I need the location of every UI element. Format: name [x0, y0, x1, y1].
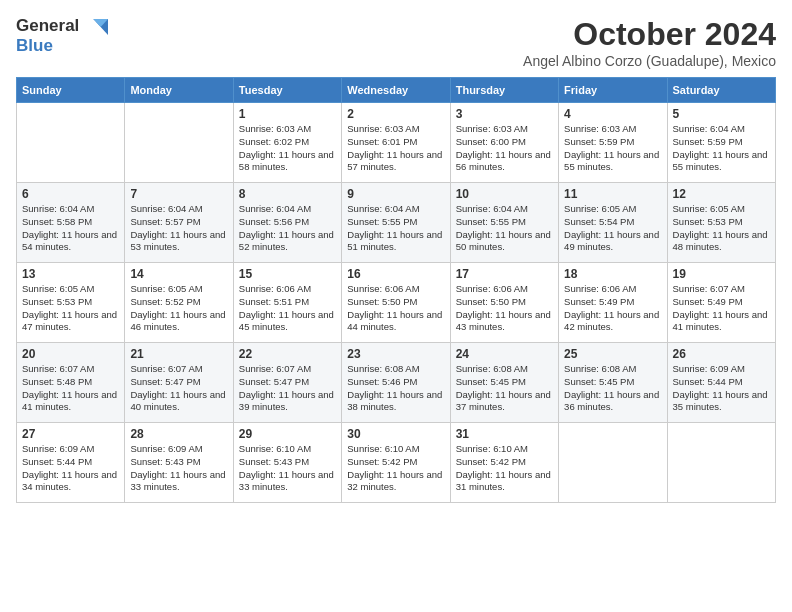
day-detail: Sunrise: 6:03 AMSunset: 5:59 PMDaylight:… — [564, 123, 661, 174]
day-detail: Sunrise: 6:06 AMSunset: 5:50 PMDaylight:… — [347, 283, 444, 334]
calendar-header-saturday: Saturday — [667, 78, 775, 103]
day-number: 26 — [673, 347, 770, 361]
calendar-week-row: 13Sunrise: 6:05 AMSunset: 5:53 PMDayligh… — [17, 263, 776, 343]
day-number: 15 — [239, 267, 336, 281]
logo-blue: Blue — [16, 36, 53, 55]
calendar-header-monday: Monday — [125, 78, 233, 103]
day-detail: Sunrise: 6:10 AMSunset: 5:42 PMDaylight:… — [456, 443, 553, 494]
day-number: 31 — [456, 427, 553, 441]
header: General Blue October 2024 Angel Albino C… — [16, 16, 776, 69]
calendar-header-row: SundayMondayTuesdayWednesdayThursdayFrid… — [17, 78, 776, 103]
day-number: 18 — [564, 267, 661, 281]
calendar-header-tuesday: Tuesday — [233, 78, 341, 103]
calendar-cell: 4Sunrise: 6:03 AMSunset: 5:59 PMDaylight… — [559, 103, 667, 183]
day-number: 28 — [130, 427, 227, 441]
day-number: 12 — [673, 187, 770, 201]
day-detail: Sunrise: 6:07 AMSunset: 5:47 PMDaylight:… — [239, 363, 336, 414]
calendar-cell: 24Sunrise: 6:08 AMSunset: 5:45 PMDayligh… — [450, 343, 558, 423]
subtitle: Angel Albino Corzo (Guadalupe), Mexico — [523, 53, 776, 69]
day-detail: Sunrise: 6:04 AMSunset: 5:59 PMDaylight:… — [673, 123, 770, 174]
calendar-cell: 12Sunrise: 6:05 AMSunset: 5:53 PMDayligh… — [667, 183, 775, 263]
day-number: 16 — [347, 267, 444, 281]
calendar-cell: 3Sunrise: 6:03 AMSunset: 6:00 PMDaylight… — [450, 103, 558, 183]
calendar-cell: 14Sunrise: 6:05 AMSunset: 5:52 PMDayligh… — [125, 263, 233, 343]
day-detail: Sunrise: 6:07 AMSunset: 5:47 PMDaylight:… — [130, 363, 227, 414]
day-number: 7 — [130, 187, 227, 201]
day-number: 27 — [22, 427, 119, 441]
calendar-cell: 19Sunrise: 6:07 AMSunset: 5:49 PMDayligh… — [667, 263, 775, 343]
calendar-cell: 13Sunrise: 6:05 AMSunset: 5:53 PMDayligh… — [17, 263, 125, 343]
calendar-cell: 16Sunrise: 6:06 AMSunset: 5:50 PMDayligh… — [342, 263, 450, 343]
calendar-week-row: 6Sunrise: 6:04 AMSunset: 5:58 PMDaylight… — [17, 183, 776, 263]
day-number: 9 — [347, 187, 444, 201]
day-detail: Sunrise: 6:05 AMSunset: 5:52 PMDaylight:… — [130, 283, 227, 334]
day-detail: Sunrise: 6:05 AMSunset: 5:53 PMDaylight:… — [673, 203, 770, 254]
calendar-cell: 31Sunrise: 6:10 AMSunset: 5:42 PMDayligh… — [450, 423, 558, 503]
day-detail: Sunrise: 6:10 AMSunset: 5:43 PMDaylight:… — [239, 443, 336, 494]
calendar-cell: 28Sunrise: 6:09 AMSunset: 5:43 PMDayligh… — [125, 423, 233, 503]
day-number: 10 — [456, 187, 553, 201]
calendar-table: SundayMondayTuesdayWednesdayThursdayFrid… — [16, 77, 776, 503]
calendar-cell: 27Sunrise: 6:09 AMSunset: 5:44 PMDayligh… — [17, 423, 125, 503]
day-number: 23 — [347, 347, 444, 361]
calendar-cell: 29Sunrise: 6:10 AMSunset: 5:43 PMDayligh… — [233, 423, 341, 503]
day-detail: Sunrise: 6:04 AMSunset: 5:55 PMDaylight:… — [347, 203, 444, 254]
calendar-cell: 20Sunrise: 6:07 AMSunset: 5:48 PMDayligh… — [17, 343, 125, 423]
logo: General Blue — [16, 16, 108, 56]
calendar-cell — [125, 103, 233, 183]
calendar-cell: 25Sunrise: 6:08 AMSunset: 5:45 PMDayligh… — [559, 343, 667, 423]
calendar-header-sunday: Sunday — [17, 78, 125, 103]
day-number: 11 — [564, 187, 661, 201]
calendar-cell — [667, 423, 775, 503]
calendar-week-row: 20Sunrise: 6:07 AMSunset: 5:48 PMDayligh… — [17, 343, 776, 423]
day-number: 17 — [456, 267, 553, 281]
calendar-cell: 17Sunrise: 6:06 AMSunset: 5:50 PMDayligh… — [450, 263, 558, 343]
day-number: 21 — [130, 347, 227, 361]
day-detail: Sunrise: 6:06 AMSunset: 5:51 PMDaylight:… — [239, 283, 336, 334]
day-detail: Sunrise: 6:06 AMSunset: 5:49 PMDaylight:… — [564, 283, 661, 334]
day-detail: Sunrise: 6:07 AMSunset: 5:48 PMDaylight:… — [22, 363, 119, 414]
calendar-cell: 11Sunrise: 6:05 AMSunset: 5:54 PMDayligh… — [559, 183, 667, 263]
day-number: 8 — [239, 187, 336, 201]
day-detail: Sunrise: 6:03 AMSunset: 6:01 PMDaylight:… — [347, 123, 444, 174]
calendar-cell: 18Sunrise: 6:06 AMSunset: 5:49 PMDayligh… — [559, 263, 667, 343]
day-detail: Sunrise: 6:05 AMSunset: 5:53 PMDaylight:… — [22, 283, 119, 334]
calendar-header-friday: Friday — [559, 78, 667, 103]
title-area: October 2024 Angel Albino Corzo (Guadalu… — [523, 16, 776, 69]
day-number: 30 — [347, 427, 444, 441]
calendar-week-row: 1Sunrise: 6:03 AMSunset: 6:02 PMDaylight… — [17, 103, 776, 183]
day-detail: Sunrise: 6:09 AMSunset: 5:44 PMDaylight:… — [673, 363, 770, 414]
day-detail: Sunrise: 6:04 AMSunset: 5:56 PMDaylight:… — [239, 203, 336, 254]
calendar-cell — [17, 103, 125, 183]
calendar-header-thursday: Thursday — [450, 78, 558, 103]
day-detail: Sunrise: 6:09 AMSunset: 5:43 PMDaylight:… — [130, 443, 227, 494]
day-number: 22 — [239, 347, 336, 361]
calendar-cell: 9Sunrise: 6:04 AMSunset: 5:55 PMDaylight… — [342, 183, 450, 263]
day-number: 14 — [130, 267, 227, 281]
logo-icon — [86, 18, 108, 36]
day-number: 6 — [22, 187, 119, 201]
day-number: 24 — [456, 347, 553, 361]
day-detail: Sunrise: 6:07 AMSunset: 5:49 PMDaylight:… — [673, 283, 770, 334]
calendar-week-row: 27Sunrise: 6:09 AMSunset: 5:44 PMDayligh… — [17, 423, 776, 503]
logo-general: General — [16, 16, 79, 35]
day-detail: Sunrise: 6:08 AMSunset: 5:45 PMDaylight:… — [456, 363, 553, 414]
day-number: 1 — [239, 107, 336, 121]
calendar-cell: 15Sunrise: 6:06 AMSunset: 5:51 PMDayligh… — [233, 263, 341, 343]
day-number: 29 — [239, 427, 336, 441]
calendar-cell: 8Sunrise: 6:04 AMSunset: 5:56 PMDaylight… — [233, 183, 341, 263]
day-number: 19 — [673, 267, 770, 281]
day-number: 13 — [22, 267, 119, 281]
calendar-cell: 1Sunrise: 6:03 AMSunset: 6:02 PMDaylight… — [233, 103, 341, 183]
day-detail: Sunrise: 6:08 AMSunset: 5:45 PMDaylight:… — [564, 363, 661, 414]
calendar-header-wednesday: Wednesday — [342, 78, 450, 103]
calendar-cell: 21Sunrise: 6:07 AMSunset: 5:47 PMDayligh… — [125, 343, 233, 423]
calendar-cell: 22Sunrise: 6:07 AMSunset: 5:47 PMDayligh… — [233, 343, 341, 423]
logo-general-text: General — [16, 16, 108, 36]
day-number: 5 — [673, 107, 770, 121]
day-detail: Sunrise: 6:05 AMSunset: 5:54 PMDaylight:… — [564, 203, 661, 254]
day-detail: Sunrise: 6:10 AMSunset: 5:42 PMDaylight:… — [347, 443, 444, 494]
calendar-cell: 6Sunrise: 6:04 AMSunset: 5:58 PMDaylight… — [17, 183, 125, 263]
calendar-cell: 2Sunrise: 6:03 AMSunset: 6:01 PMDaylight… — [342, 103, 450, 183]
day-number: 3 — [456, 107, 553, 121]
